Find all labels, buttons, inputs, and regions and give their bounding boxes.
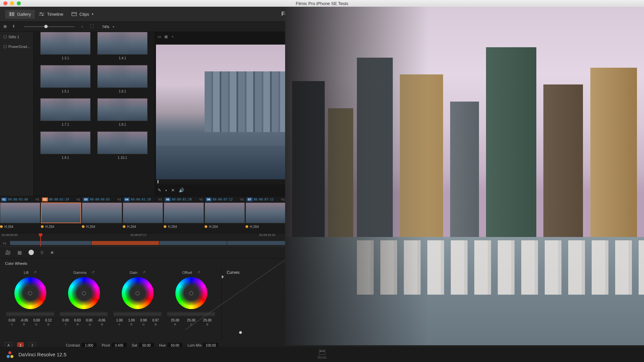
loop-button[interactable]: ↻ (437, 188, 441, 193)
play-button[interactable]: ▶ (411, 188, 414, 193)
grid-icon[interactable]: ▦ (164, 35, 168, 39)
color-match-tab-icon[interactable]: ▦ (17, 250, 22, 255)
chevron-down-icon[interactable]: ▾ (113, 25, 114, 28)
clip-name[interactable]: iPhone SE Test Best Shots (498, 25, 542, 29)
triangle-icon[interactable] (222, 275, 224, 279)
wheel-value[interactable]: 0.12 (45, 318, 52, 322)
wheel-value[interactable]: 25.00 (171, 318, 179, 322)
download-icon[interactable]: ⬇ (12, 24, 17, 29)
close-icon[interactable]: ✕ (171, 188, 175, 193)
rgb-mixer-tab-icon[interactable]: ⁞⁞ (41, 250, 43, 255)
wheel-value[interactable]: -0.05 (20, 318, 28, 322)
expand-icon[interactable]: ⛶ (635, 261, 639, 265)
still-thumbnail[interactable] (40, 98, 91, 121)
color-wheel-control[interactable] (122, 277, 154, 309)
clip-item[interactable]: 0700:00:07:12V1 H.264 (246, 196, 286, 233)
cursor-icon[interactable]: ➤ (635, 24, 641, 29)
wheel-value[interactable]: 0.00 (9, 318, 15, 322)
color-wheel-control[interactable] (68, 277, 100, 309)
reset-icon[interactable]: ↺ (143, 270, 146, 275)
primaries-mode-dropdown[interactable]: Primaries Wheels ▾ ⛶ (599, 261, 639, 265)
still-thumbnail[interactable] (97, 131, 148, 154)
viewer-frame[interactable] (156, 45, 642, 179)
wheel-value[interactable]: 0.00 (86, 318, 92, 322)
clip-item[interactable]: 0400:00:01:20V1 H.264 (123, 196, 163, 233)
reset-icon[interactable]: ↺ (34, 270, 37, 275)
layout-icon[interactable]: ▦ (3, 24, 9, 29)
gallery-tab[interactable]: Gallery (5, 10, 35, 19)
favorite-tab-icon[interactable]: ★ (50, 250, 54, 255)
mini-timeline[interactable]: 01:00:00:0001:00:07:1701:00:15:1001:00:2… (0, 233, 644, 246)
wheel-value[interactable]: 0.00 (62, 318, 69, 322)
thumbnail-size-slider[interactable] (24, 26, 74, 27)
camera-raw-tab-icon[interactable]: 🎥 (5, 250, 11, 255)
clip-item[interactable]: 0300:00:00:05V1 H.264 (82, 196, 122, 233)
wheel-value[interactable]: 1.09 (128, 318, 135, 322)
expand-icon[interactable]: ⛶ (90, 24, 95, 29)
wheel-value[interactable]: 0.98 (140, 318, 147, 322)
step-fwd-button[interactable]: ▶▶ (418, 188, 425, 193)
curves-editor[interactable] (227, 278, 639, 339)
wheel-value[interactable]: 1.00 (116, 318, 122, 322)
clip-item[interactable]: 0100:00:05:00V1 H.264 (0, 196, 40, 233)
album-powergrade[interactable]: ▢PowerGrad... (0, 42, 33, 51)
wheel-value[interactable]: -0.06 (98, 318, 105, 322)
clip-thumbnail[interactable] (82, 202, 122, 223)
clip-item[interactable]: 0600:00:07:12V1 H.264 (205, 196, 245, 233)
timeline-tab[interactable]: Timeline (35, 10, 67, 19)
clip-item[interactable]: 09 (327, 196, 368, 233)
master-wheel-slider[interactable] (167, 312, 215, 316)
eyedropper-icon[interactable]: ✎ (158, 188, 161, 193)
clip-thumbnail[interactable] (41, 202, 81, 223)
color-wheel-control[interactable] (14, 277, 46, 309)
master-wheel-slider[interactable] (113, 312, 162, 316)
album-stills1[interactable]: ▢Stills 1 (0, 32, 33, 42)
wheel-value[interactable]: 0.03 (74, 318, 80, 322)
clip-thumbnail[interactable] (164, 202, 204, 223)
still-thumbnail[interactable] (97, 65, 148, 88)
master-wheel-slider[interactable] (6, 312, 54, 316)
wheel-value[interactable]: 25.00 (187, 318, 195, 322)
prev-clip-button[interactable]: ⏮ (388, 188, 392, 193)
reset-icon[interactable]: ↺ (92, 270, 95, 275)
playhead[interactable] (40, 233, 41, 246)
clip-item[interactable]: 08V1 (286, 196, 327, 233)
search-icon[interactable]: ⌕ (81, 24, 87, 29)
view-mode-icon[interactable]: ▭ (158, 35, 161, 39)
clip-thumbnail[interactable] (123, 202, 163, 223)
chevron-down-icon[interactable]: ▾ (545, 25, 547, 28)
qualifier-tab-icon[interactable]: ✎ (635, 250, 639, 255)
layout-toggle-icon[interactable]: ◫ (627, 24, 632, 29)
chevron-down-icon[interactable]: ▾ (165, 189, 167, 192)
step-back-button[interactable]: ◀ (396, 188, 400, 193)
still-thumbnail[interactable] (40, 32, 91, 55)
still-thumbnail[interactable] (97, 32, 148, 55)
still-thumbnail[interactable] (40, 131, 91, 154)
wand-icon[interactable]: ✧ (171, 35, 174, 39)
wheel-value[interactable]: 0.97 (152, 318, 159, 322)
reset-icon[interactable]: ↺ (197, 270, 200, 275)
color-wheel-control[interactable] (175, 277, 207, 309)
minimize-window-icon[interactable] (10, 1, 14, 5)
clip-item[interactable]: 0200:00:01:19V1 H.264 (41, 196, 81, 233)
clip-thumbnail[interactable] (246, 202, 286, 223)
clip-thumbnail[interactable] (286, 202, 327, 223)
curve-point[interactable] (239, 331, 242, 334)
page-dots[interactable] (308, 262, 318, 264)
clip-item[interactable]: 0500:00:01:20V1 H.264 (164, 196, 204, 233)
curves-tab-icon[interactable]: 〰 (610, 250, 615, 255)
wheel-value[interactable]: 0.00 (33, 318, 40, 322)
audio-icon[interactable]: 🔊 (179, 188, 184, 193)
clip-thumbnail[interactable] (327, 202, 368, 223)
close-window-icon[interactable] (3, 1, 7, 5)
viewer-timecode[interactable]: 00:00:01:19 (594, 24, 618, 29)
wheel-value[interactable]: 25.00 (203, 318, 211, 322)
still-thumbnail[interactable] (97, 98, 148, 121)
maximize-window-icon[interactable] (17, 1, 21, 5)
next-clip-button[interactable]: ⏭ (429, 188, 433, 193)
master-wheel-slider[interactable] (60, 312, 108, 316)
clip-thumbnail[interactable] (205, 202, 245, 223)
timeline-lane[interactable] (10, 241, 634, 245)
still-thumbnail[interactable] (40, 65, 91, 88)
clips-dropdown[interactable]: Clips ▾ (67, 10, 98, 19)
